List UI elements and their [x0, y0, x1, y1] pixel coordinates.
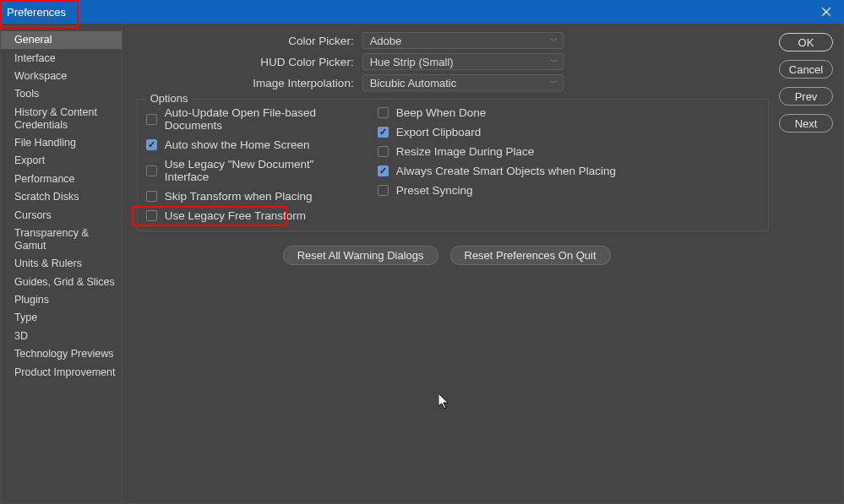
checkbox-box-icon: [378, 127, 389, 138]
chevron-down-icon: ﹀: [550, 78, 558, 89]
sidebar-item-interface[interactable]: Interface: [1, 49, 122, 67]
checkbox-beep-when-done[interactable]: Beep When Done: [378, 106, 616, 119]
sidebar-item-units-rulers[interactable]: Units & Rulers: [1, 255, 122, 273]
checkbox-label: Use Legacy Free Transform: [165, 209, 306, 222]
dropdown-hud-color-picker[interactable]: Hue Strip (Small) ﹀: [362, 53, 564, 70]
checkbox-box-icon: [146, 191, 157, 202]
checkbox-auto-show-the-home-screen[interactable]: Auto show the Home Screen: [146, 138, 361, 151]
main-panel: Color Picker: Adobe ﹀ HUD Color Picker: …: [123, 24, 774, 503]
ok-button[interactable]: OK: [779, 33, 833, 51]
checkbox-box-icon: [146, 210, 157, 221]
sidebar-item-general[interactable]: General: [1, 31, 122, 49]
sidebar: GeneralInterfaceWorkspaceToolsHistory & …: [1, 24, 123, 503]
options-column-right: Beep When DoneExport ClipboardResize Ima…: [378, 106, 616, 222]
row-hud-color-picker: HUD Color Picker: Hue Strip (Small) ﹀: [126, 53, 769, 70]
reset-preferences-on-quit-button[interactable]: Reset Preferences On Quit: [450, 246, 611, 265]
right-button-column: OK Cancel Prev Next: [774, 24, 843, 503]
checkbox-auto-update-open-file-based-documents[interactable]: Auto-Update Open File-based Documents: [146, 106, 361, 132]
label-image-interpolation: Image Interpolation:: [126, 77, 362, 89]
chevron-down-icon: ﹀: [550, 35, 558, 46]
checkbox-box-icon: [378, 165, 389, 176]
checkbox-use-legacy-free-transform[interactable]: Use Legacy Free Transform: [146, 209, 361, 222]
checkbox-label: Resize Image During Place: [396, 145, 535, 158]
cancel-button[interactable]: Cancel: [779, 60, 833, 79]
sidebar-item-performance[interactable]: Performance: [1, 171, 122, 188]
checkbox-box-icon: [146, 139, 157, 150]
sidebar-item-cursors[interactable]: Cursors: [1, 206, 122, 224]
checkbox-box-icon: [146, 114, 157, 125]
reset-warning-dialogs-button[interactable]: Reset All Warning Dialogs: [283, 246, 438, 265]
checkbox-box-icon: [378, 185, 389, 196]
row-color-picker: Color Picker: Adobe ﹀: [126, 32, 769, 49]
sidebar-item-export[interactable]: Export: [1, 152, 122, 170]
sidebar-item-tools[interactable]: Tools: [1, 85, 122, 103]
sidebar-item-product-improvement[interactable]: Product Improvement: [1, 363, 122, 381]
checkbox-label: Export Clipboard: [396, 126, 482, 138]
label-hud-color-picker: HUD Color Picker:: [126, 56, 362, 68]
sidebar-item-scratch-disks[interactable]: Scratch Disks: [1, 188, 122, 206]
checkbox-box-icon: [146, 165, 157, 176]
checkbox-always-create-smart-objects-when-placing[interactable]: Always Create Smart Objects when Placing: [378, 165, 616, 177]
dropdown-color-picker-value: Adobe: [370, 35, 402, 47]
sidebar-item-workspace[interactable]: Workspace: [1, 68, 122, 85]
sidebar-item-plugins[interactable]: Plugins: [1, 291, 122, 309]
checkbox-label: Always Create Smart Objects when Placing: [396, 165, 616, 177]
options-column-left: Auto-Update Open File-based DocumentsAut…: [146, 106, 361, 222]
checkbox-resize-image-during-place[interactable]: Resize Image During Place: [378, 145, 616, 158]
sidebar-item-technology-previews[interactable]: Technology Previews: [1, 345, 122, 363]
dropdown-hud-color-picker-value: Hue Strip (Small): [370, 56, 454, 68]
preferences-window: Preferences GeneralInterfaceWorkspaceToo…: [0, 0, 844, 504]
sidebar-item-guides-grid-slices[interactable]: Guides, Grid & Slices: [1, 274, 122, 291]
checkbox-label: Auto show the Home Screen: [165, 138, 310, 151]
window-body: GeneralInterfaceWorkspaceToolsHistory & …: [0, 24, 844, 504]
checkbox-export-clipboard[interactable]: Export Clipboard: [378, 126, 616, 138]
chevron-down-icon: ﹀: [550, 57, 558, 68]
options-title: Options: [146, 92, 193, 105]
checkbox-label: Auto-Update Open File-based Documents: [165, 106, 361, 132]
dropdown-image-interpolation[interactable]: Bicubic Automatic ﹀: [362, 74, 564, 91]
close-icon: [821, 7, 831, 17]
window-title: Preferences: [7, 6, 66, 19]
sidebar-item-transparency-gamut[interactable]: Transparency & Gamut: [1, 225, 122, 255]
next-button[interactable]: Next: [779, 114, 833, 133]
checkbox-box-icon: [378, 146, 389, 157]
options-grid: Auto-Update Open File-based DocumentsAut…: [146, 106, 760, 222]
checkbox-label: Use Legacy "New Document" Interface: [165, 158, 361, 183]
checkbox-label: Preset Syncing: [396, 184, 473, 197]
checkbox-label: Skip Transform when Placing: [165, 190, 313, 203]
dropdown-color-picker[interactable]: Adobe ﹀: [362, 32, 564, 49]
prev-button[interactable]: Prev: [779, 87, 833, 106]
sidebar-item-history-content-credentials[interactable]: History & Content Credentials: [1, 104, 122, 134]
checkbox-skip-transform-when-placing[interactable]: Skip Transform when Placing: [146, 190, 361, 203]
row-image-interpolation: Image Interpolation: Bicubic Automatic ﹀: [126, 74, 769, 91]
checkbox-label: Beep When Done: [396, 106, 487, 119]
sidebar-item-type[interactable]: Type: [1, 309, 122, 327]
close-button[interactable]: [809, 0, 844, 24]
sidebar-item-file-handling[interactable]: File Handling: [1, 134, 122, 152]
options-fieldset: Options Auto-Update Open File-based Docu…: [137, 99, 769, 231]
titlebar: Preferences: [0, 0, 844, 24]
label-color-picker: Color Picker:: [126, 35, 362, 47]
checkbox-preset-syncing[interactable]: Preset Syncing: [378, 184, 616, 197]
checkbox-box-icon: [378, 107, 389, 118]
checkbox-use-legacy-new-document-interface[interactable]: Use Legacy "New Document" Interface: [146, 158, 361, 183]
dropdown-image-interpolation-value: Bicubic Automatic: [370, 77, 457, 89]
sidebar-item-3d[interactable]: 3D: [1, 328, 122, 345]
action-button-row: Reset All Warning Dialogs Reset Preferen…: [126, 246, 768, 265]
